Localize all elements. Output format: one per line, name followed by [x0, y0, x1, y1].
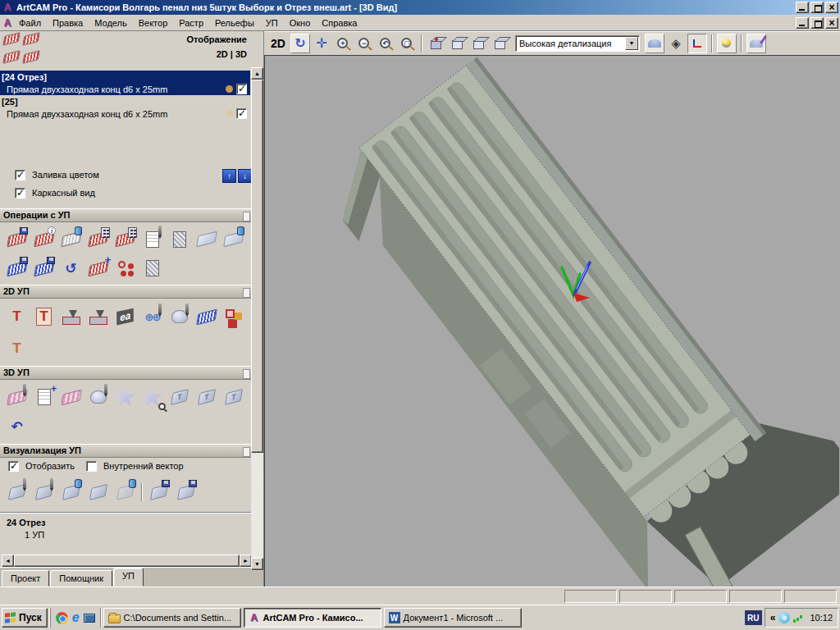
tray-status-icon[interactable]: e [778, 612, 790, 623]
material-slab-icon[interactable] [193, 226, 220, 253]
tray-network-icon[interactable] [793, 613, 805, 623]
load-simulation-icon[interactable] [172, 478, 199, 505]
toolpath-visible-checkbox[interactable] [236, 84, 247, 94]
material-block-icon[interactable] [84, 478, 112, 505]
toolpath-summary-icon[interactable] [30, 226, 57, 253]
circle-cut-icon[interactable] [166, 304, 193, 331]
engraved-plate-icon[interactable]: Т [166, 384, 193, 411]
scroll-right-button[interactable]: ► [240, 555, 252, 567]
delete-simulation-icon[interactable] [112, 478, 139, 505]
taskbar-button-artcam[interactable]: A ArtCAM Pro - Камисо... [244, 608, 381, 628]
start-button[interactable]: Пуск [2, 608, 48, 628]
section-3d-toolpaths[interactable]: 3D УП [0, 366, 252, 380]
fill-color-checkbox[interactable] [15, 170, 25, 180]
simulate-toolpath-icon[interactable] [3, 478, 30, 505]
move-down-button[interactable]: ↓ [238, 169, 252, 183]
cutout-relief-icon[interactable] [112, 384, 139, 411]
view-along-y-icon[interactable] [469, 34, 489, 53]
menu-help[interactable]: Справка [316, 16, 363, 30]
taskbar-button-word[interactable]: W Документ1 - Microsoft ... [384, 608, 522, 628]
batch-calculate-icon[interactable] [112, 226, 139, 253]
menu-raster[interactable]: Растр [173, 16, 209, 30]
taskbar-button-explorer[interactable]: C:\Documents and Settin... [103, 608, 241, 628]
zoom-out-icon[interactable]: − [354, 34, 374, 53]
drawing-sheet-icon[interactable] [139, 255, 166, 282]
panel-view-switch[interactable]: 2D | 3D [211, 49, 247, 59]
save-toolpath-icon[interactable] [3, 226, 30, 253]
viewport-3d[interactable] [264, 56, 840, 587]
mdi-minimize-button[interactable] [796, 17, 809, 29]
menu-toolpaths[interactable]: УП [260, 16, 284, 30]
toolpath-row[interactable]: Прямая двухзаходная конц d6 x 25mm [0, 83, 250, 95]
save-simulation-icon[interactable] [145, 478, 172, 505]
dropdown-arrow-icon[interactable]: ▼ [625, 37, 638, 50]
section-visualization[interactable]: Визуализация УП [0, 444, 252, 458]
menu-file[interactable]: Файл [13, 16, 47, 30]
raster-machining-icon[interactable] [57, 384, 84, 411]
shade-relief-icon[interactable] [645, 34, 664, 53]
menu-window[interactable]: Окно [284, 16, 317, 30]
machine-simulation-icon[interactable] [166, 226, 193, 253]
mdi-close-button[interactable] [825, 17, 838, 29]
light-toggle-icon[interactable] [717, 34, 737, 53]
drilling-icon[interactable]: ⊕⊕ [139, 304, 166, 331]
tool-animation-icon[interactable] [57, 478, 84, 505]
menu-vector[interactable]: Вектор [133, 16, 174, 30]
machining-order-icon[interactable] [220, 304, 247, 331]
view-2d-toggle[interactable]: 2D [267, 37, 289, 50]
show-simulation-checkbox[interactable] [8, 461, 19, 472]
simulate-all-icon[interactable] [30, 478, 57, 505]
sculpt-relief-icon[interactable] [746, 34, 766, 53]
scroll-up-button[interactable]: ▲ [251, 67, 263, 80]
minimize-button[interactable] [796, 2, 809, 13]
toolpath-row[interactable]: Прямая двухзаходная конц d6 x 25mm [0, 107, 250, 120]
area-clearance-icon[interactable]: T [30, 304, 57, 331]
toolpath-visible-checkbox[interactable] [236, 108, 247, 119]
menu-model[interactable]: Модель [89, 16, 132, 30]
wireframe-checkbox[interactable] [15, 188, 25, 199]
scrollbar-thumb[interactable] [251, 80, 263, 453]
inner-vector-checkbox[interactable] [86, 461, 97, 472]
view-along-z-icon[interactable] [491, 34, 510, 53]
section-2d-toolpaths[interactable]: 2D УП [0, 285, 252, 299]
toolpath-group-row[interactable]: [25] [0, 95, 250, 107]
detail-level-select[interactable]: Высокая детализация ▼ [515, 35, 640, 52]
machine-relief-icon[interactable] [3, 384, 30, 411]
smart-engraving-icon[interactable]: ea [112, 304, 139, 331]
zoom-previous-icon[interactable]: ↶ [376, 34, 395, 53]
iso-view-icon[interactable] [427, 34, 446, 53]
scroll-left-button[interactable]: ◄ [2, 555, 14, 567]
zoom-in-icon[interactable]: + [333, 34, 353, 53]
close-button[interactable] [825, 2, 838, 13]
zoom-fit-icon[interactable]: ◻ [397, 34, 417, 53]
feature-machining-icon[interactable] [30, 384, 57, 411]
undo-icon[interactable]: ↶ [3, 413, 30, 441]
material-setup-icon[interactable] [220, 226, 247, 253]
engraving-icon[interactable] [84, 304, 112, 331]
toolpath-group-row[interactable]: [24 Отрез] [0, 71, 250, 83]
cut-3d-icon[interactable] [84, 384, 112, 411]
tab-project[interactable]: Проект [2, 570, 49, 587]
section-operations[interactable]: Операции с УП [0, 208, 252, 222]
toolpath-notes-icon[interactable] [139, 226, 166, 253]
toolpath-preview-icon[interactable] [139, 384, 166, 411]
tray-expand-chevron[interactable]: « [770, 612, 776, 623]
panel-horizontal-scrollbar[interactable]: ◄ ► [2, 555, 252, 567]
time-estimate-icon[interactable] [84, 226, 112, 253]
toolpath-order-icon[interactable] [112, 255, 139, 282]
delete-toolpath-icon[interactable] [57, 226, 84, 253]
chrome-icon[interactable] [56, 612, 68, 624]
merge-toolpaths-icon[interactable] [84, 255, 112, 282]
engraved-plate-3-icon[interactable]: Т [220, 384, 247, 411]
mdi-child-icon[interactable]: A [2, 17, 13, 29]
load-template-icon[interactable] [30, 255, 57, 282]
tab-toolpaths[interactable]: УП [113, 568, 144, 587]
bridges-tabs-icon[interactable]: T [3, 335, 30, 362]
move-up-button[interactable]: ↑ [222, 169, 236, 183]
view-along-x-icon[interactable] [448, 34, 468, 53]
internet-explorer-icon[interactable]: e [72, 612, 80, 623]
engraved-plate-2-icon[interactable]: Т [193, 384, 220, 411]
rotary-axis-icon[interactable]: ↺ [57, 255, 84, 282]
scroll-down-button[interactable]: ▼ [251, 558, 263, 570]
tab-assistant[interactable]: Помощник [50, 570, 112, 587]
